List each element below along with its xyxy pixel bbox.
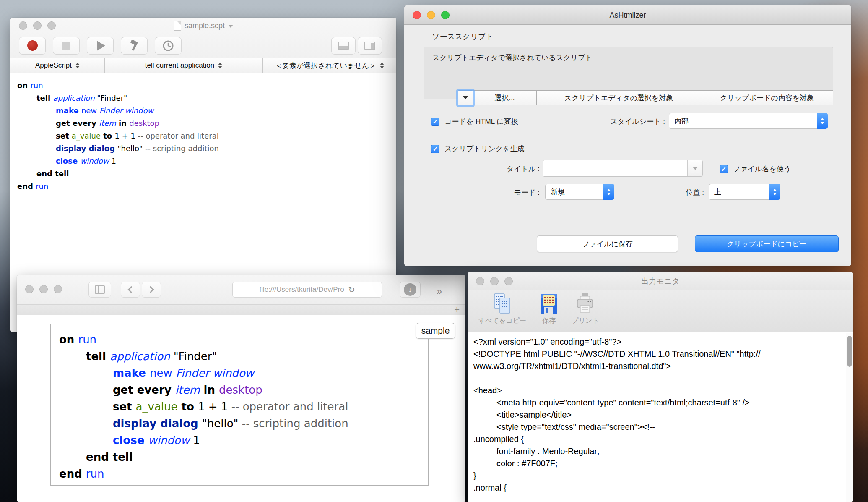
code-line: close window 1	[59, 432, 420, 449]
output-monitor-text[interactable]: <?xml version="1.0" encoding="utf-8"?><!…	[468, 332, 853, 502]
xml-line: <head>	[473, 384, 841, 397]
ashtmlizer-titlebar[interactable]: AsHtmlizer	[404, 5, 851, 25]
code-token: a_value	[136, 400, 178, 413]
run-button[interactable]	[87, 37, 114, 55]
stop-icon	[62, 42, 70, 50]
code-line: set a_value to 1 + 1 -- operator and lit…	[17, 130, 390, 142]
back-button[interactable]	[121, 282, 140, 298]
safari-tab-bar[interactable]: +	[17, 304, 465, 315]
title-combobox-value	[543, 160, 687, 176]
forward-button[interactable]	[142, 282, 161, 298]
choose-script-button[interactable]: 選択...	[473, 90, 537, 105]
code-line: make new Finder window	[59, 365, 420, 382]
use-filename-checkbox[interactable]: ✓	[720, 165, 728, 173]
output-monitor-titlebar[interactable]: 出力モニタ	[468, 272, 853, 290]
code-token: new	[81, 106, 99, 115]
reload-icon[interactable]: ↻	[348, 285, 355, 295]
code-token: to	[178, 400, 198, 413]
code-token: end tell	[36, 169, 69, 178]
sample-script-link-button[interactable]: sample	[416, 323, 455, 339]
bottom-pane-icon	[338, 42, 349, 50]
code-token: close	[113, 434, 148, 447]
code-line: display dialog "hello" -- scripting addi…	[59, 415, 420, 432]
url-text: file:///Users/tkurita/Dev/Pro	[259, 285, 344, 294]
applescript-source-view[interactable]: on runtell application "Finder"make new …	[10, 73, 396, 199]
code-token: tell	[86, 350, 110, 363]
zoom-button[interactable]	[54, 285, 62, 293]
clipboard-target-button[interactable]: クリップボードの内容を対象	[701, 90, 833, 105]
save-button[interactable]: 保存	[537, 292, 561, 325]
safari-page-content: on runtell application "Finder"make new …	[17, 315, 465, 501]
code-line: tell application "Finder"	[17, 92, 390, 105]
sidebar-icon	[95, 285, 105, 294]
mode-label-wrap: モード :	[476, 188, 540, 197]
record-button[interactable]	[19, 37, 46, 55]
popup-updown-icon	[75, 63, 80, 68]
xml-line: color : #7F007F;	[473, 458, 841, 470]
convert-html-checkbox[interactable]: ✓	[431, 118, 439, 126]
code-token: window	[148, 434, 190, 447]
script-editor-chrome: sample.scpt	[10, 18, 396, 73]
navigation-popup[interactable]: tell current application	[105, 58, 263, 73]
script-editor-titlebar[interactable]: sample.scpt	[10, 18, 396, 34]
record-icon	[27, 40, 38, 51]
toolbar-overflow-button[interactable]: »	[437, 286, 441, 297]
code-token: "hello"	[202, 417, 242, 430]
code-token: window	[80, 157, 109, 165]
stop-button[interactable]	[53, 37, 80, 55]
code-line: close window 1	[17, 155, 390, 167]
editor-selection-target-button[interactable]: スクリプトエディタの選択を対象	[537, 90, 701, 105]
xml-line: .uncompiled {	[473, 433, 841, 445]
code-token: set	[113, 400, 136, 413]
stylesheet-popup[interactable]: 内部	[669, 113, 828, 129]
right-pane-icon	[364, 42, 375, 50]
print-button[interactable]: プリント	[572, 292, 599, 325]
code-token: make	[113, 367, 150, 379]
stylesheet-label-wrap: スタイルシート :	[572, 117, 665, 126]
script-link-row: ✓ スクリプトリンクを生成	[431, 144, 525, 154]
toggle-bottom-pane-button[interactable]	[331, 37, 356, 55]
script-link-checkbox[interactable]: ✓	[431, 145, 439, 153]
language-popup[interactable]: AppleScript	[10, 58, 105, 73]
downloads-button[interactable]	[400, 282, 421, 298]
mode-popup[interactable]: 新規	[545, 184, 614, 200]
combobox-dropdown-button[interactable]	[687, 160, 702, 176]
history-button[interactable]	[155, 37, 182, 55]
chevron-down-icon	[693, 167, 698, 170]
source-section-label: ソーススクリプト	[432, 31, 494, 42]
copy-to-clipboard-button[interactable]: クリップボードにコピー	[695, 235, 839, 252]
element-popup-label: ＜要素が選択されていません＞	[275, 61, 376, 71]
title-chevron-down-icon[interactable]	[228, 25, 233, 28]
minimize-button[interactable]	[39, 285, 48, 293]
xml-line: }	[473, 470, 841, 482]
title-combobox[interactable]	[543, 160, 703, 177]
toggle-right-pane-button[interactable]	[358, 37, 382, 55]
safari-toolbar[interactable]: file:///Users/tkurita/Dev/Pro ↻ »	[17, 275, 465, 304]
position-popup[interactable]: 上	[709, 184, 780, 200]
copy-all-button[interactable]: すべてをコピー	[478, 292, 526, 325]
code-line: display dialog "hello" -- scripting addi…	[17, 142, 390, 155]
popup-stepper-icon	[817, 113, 828, 129]
code-token: set	[56, 131, 72, 140]
code-token: run	[86, 468, 104, 480]
code-line: set a_value to 1 + 1 -- operator and lit…	[59, 398, 420, 415]
code-token: end tell	[86, 451, 133, 463]
url-field[interactable]: file:///Users/tkurita/Dev/Pro ↻	[232, 282, 382, 298]
save-to-file-button[interactable]: ファイルに保存	[537, 235, 678, 252]
code-token: to	[101, 131, 115, 140]
sidebar-button[interactable]	[88, 282, 111, 298]
compile-button[interactable]	[121, 37, 148, 55]
close-button[interactable]	[25, 285, 34, 293]
xml-line: .normal {	[473, 482, 841, 494]
hammer-icon	[128, 40, 140, 52]
code-token: run	[78, 333, 96, 346]
code-token: 1	[190, 434, 200, 447]
code-line: end tell	[59, 449, 420, 465]
code-token: 1	[109, 157, 116, 165]
scrollbar-thumb[interactable]	[847, 336, 852, 367]
new-tab-button[interactable]: +	[454, 305, 460, 315]
code-token: display dialog	[56, 144, 117, 153]
source-dropdown-button[interactable]	[458, 90, 473, 105]
element-popup[interactable]: ＜要素が選択されていません＞	[263, 58, 396, 73]
code-token: -- operator and literal	[231, 400, 348, 413]
